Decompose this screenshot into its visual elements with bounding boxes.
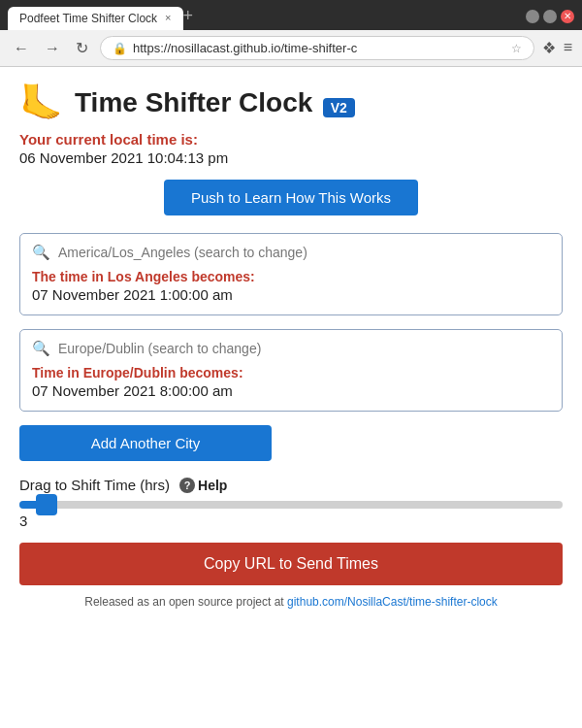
new-tab-button[interactable]: + [183, 6, 194, 30]
drag-label-row: Drag to Shift Time (hrs) ? Help [19, 477, 563, 493]
address-bar: ← → ↻ 🔒 https://nosillacast.github.io/ti… [0, 30, 582, 67]
city-card-0: 🔍 The time in Los Angeles becomes: 07 No… [19, 233, 563, 315]
shield-icon: ❖ [542, 39, 556, 57]
minimize-button[interactable] [526, 10, 539, 23]
footer-text: Released as an open source project at [84, 595, 287, 609]
drag-section: Drag to Shift Time (hrs) ? Help 3 [19, 477, 563, 529]
forward-button[interactable]: → [41, 38, 64, 59]
reload-button[interactable]: ↻ [72, 37, 92, 59]
help-button[interactable]: ? Help [179, 478, 227, 493]
header-area: 🦶 Time Shifter Clock V2 [19, 83, 563, 123]
city-label-1: Time in Europe/Dublin becomes: [32, 365, 550, 381]
drag-label: Drag to Shift Time (hrs) [19, 477, 170, 493]
tab-close-icon[interactable]: × [165, 13, 171, 23]
menu-icon[interactable]: ≡ [564, 39, 572, 57]
add-city-button[interactable]: Add Another City [19, 425, 272, 461]
local-time-value: 06 November 2021 10:04:13 pm [19, 149, 563, 166]
maximize-button[interactable] [543, 10, 557, 23]
local-time-section: Your current local time is: 06 November … [19, 131, 563, 166]
browser-menu-icons: ❖ ≡ [542, 39, 572, 57]
tab-label: Podfeet Time Shifter Clock [19, 12, 157, 25]
city-time-1: 07 November 2021 8:00:00 am [32, 382, 550, 399]
city-time-0: 07 November 2021 1:00:00 am [32, 286, 550, 303]
city-search-input-0[interactable] [58, 245, 550, 260]
url-box[interactable]: 🔒 https://nosillacast.github.io/time-shi… [100, 36, 534, 60]
help-label: Help [198, 478, 227, 493]
star-icon: ☆ [511, 42, 522, 55]
slider-track[interactable] [19, 501, 563, 509]
footer-link[interactable]: github.com/NosillaCast/time-shifter-cloc… [287, 595, 498, 609]
page-content: 🦶 Time Shifter Clock V2 Your current loc… [0, 67, 582, 728]
search-icon-0: 🔍 [32, 244, 50, 261]
browser-tab[interactable]: Podfeet Time Shifter Clock × [8, 7, 183, 30]
url-text: https://nosillacast.github.io/time-shift… [133, 41, 505, 55]
security-icon: 🔒 [113, 42, 127, 55]
title-block: Time Shifter Clock V2 [75, 87, 355, 118]
app-title: Time Shifter Clock [75, 87, 312, 117]
city-search-input-1[interactable] [58, 341, 550, 356]
close-button[interactable]: ✕ [561, 10, 574, 23]
city-card-1: 🔍 Time in Europe/Dublin becomes: 07 Nove… [19, 329, 563, 412]
version-badge: V2 [323, 98, 355, 117]
city-search-row-0: 🔍 [32, 244, 550, 261]
local-time-label: Your current local time is: [19, 131, 563, 148]
search-icon-1: 🔍 [32, 340, 50, 357]
copy-url-button[interactable]: Copy URL to Send Times [19, 543, 563, 585]
help-icon: ? [179, 478, 195, 493]
footer: Released as an open source project at gi… [19, 595, 563, 609]
back-button[interactable]: ← [10, 38, 33, 59]
learn-button[interactable]: Push to Learn How This Works [164, 180, 418, 215]
city-search-row-1: 🔍 [32, 340, 550, 357]
logo-icon: 🦶 [19, 83, 63, 123]
window-controls: ✕ [526, 10, 574, 27]
slider-thumb[interactable] [36, 494, 57, 515]
city-label-0: The time in Los Angeles becomes: [32, 269, 550, 284]
slider-row [19, 501, 563, 509]
browser-chrome: Podfeet Time Shifter Clock × + ✕ [0, 0, 582, 30]
slider-value: 3 [19, 513, 563, 529]
